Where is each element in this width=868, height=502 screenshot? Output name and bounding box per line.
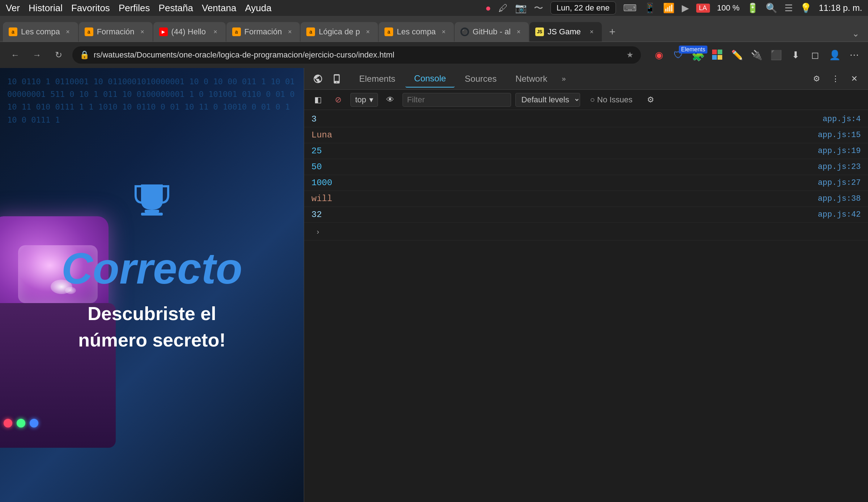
svg-rect-3 (718, 55, 722, 60)
browser-tab-1[interactable]: a Les compa × (3, 22, 78, 42)
menu-historial[interactable]: Historial (29, 3, 63, 14)
date-display: Lun, 22 de ene (550, 1, 616, 14)
download-icon[interactable]: ⬇ (789, 48, 802, 61)
devtools-settings-icon[interactable]: ⚙ (809, 71, 825, 87)
tab-list-button[interactable]: ⌄ (849, 26, 862, 42)
console-row-0: 3 app.js:4 (304, 111, 868, 127)
devtools-tab-network[interactable]: Network (507, 70, 556, 88)
menu-ver[interactable]: Ver (6, 3, 20, 14)
tab-title-7: GitHub - al (473, 27, 511, 37)
wayback-icon[interactable]: ◉ (652, 48, 665, 61)
lock-icon: 🔒 (80, 50, 89, 60)
console-link-1[interactable]: app.js:15 (818, 131, 861, 140)
tab-title-4: Formación (244, 27, 282, 37)
game-subtitle: Descubriste el número secreto! (78, 301, 225, 353)
browser-tab-7[interactable]: ⚫ GitHub - al × (455, 22, 529, 42)
tab-close-3[interactable]: × (211, 27, 220, 36)
color-blocks-icon[interactable] (711, 48, 724, 61)
puzzle-icon[interactable]: 🔌 (750, 48, 763, 61)
favicon-1: a (9, 27, 17, 36)
addressbar: ← → ↻ 🔒 rs/watuesta/Documents/one-oracle… (0, 42, 868, 68)
new-tab-button[interactable]: + (603, 22, 622, 42)
menubar: Ver Historial Favoritos Perfiles Pestaña… (0, 0, 868, 16)
devtools-close-icon[interactable]: ✕ (846, 71, 862, 87)
url-bar[interactable]: 🔒 rs/watuesta/Documents/one-oracle/logic… (72, 46, 641, 64)
menu-favoritos[interactable]: Favoritos (71, 3, 110, 14)
forward-button[interactable]: → (29, 47, 45, 63)
devtools-toolbar: Elements Console Sources Network » ⚙ ⋮ ✕ (304, 68, 868, 90)
tab-title-3: (44) Hello (171, 27, 208, 37)
circle-icon: ○ (590, 95, 595, 104)
star-icon[interactable]: ★ (626, 50, 634, 60)
browser-tab-4[interactable]: a Formación × (226, 22, 300, 42)
console-link-2[interactable]: app.js:19 (818, 146, 861, 156)
devtools-tab-console[interactable]: Console (405, 70, 455, 88)
devtools-panel: Elements Console Sources Network » ⚙ ⋮ ✕… (304, 68, 868, 502)
devtools-actions: ⚙ ⋮ ✕ (809, 71, 862, 87)
refresh-button[interactable]: ↻ (51, 47, 67, 63)
devtools-device-icon[interactable] (329, 71, 345, 87)
devtools-tab-sources[interactable]: Sources (456, 70, 505, 88)
tab-close-5[interactable]: × (363, 27, 372, 36)
browser-toolbar: ◉ 🛡 🧩 Elements ✏️ 🔌 ⬛ (652, 48, 861, 61)
browser-tab-5[interactable]: a Lógica de p × (301, 22, 378, 42)
console-row-5: will app.js:38 (304, 191, 868, 207)
tab-close-7[interactable]: × (514, 27, 523, 36)
url-text: rs/watuesta/Documents/one-oracle/logica-… (94, 50, 622, 60)
console-filter-input[interactable] (403, 93, 511, 107)
browser-window: a Les compa × a Formación × ▶ (44) Hello… (0, 16, 868, 502)
menu-perfiles[interactable]: Perfiles (119, 3, 150, 14)
console-clear-icon[interactable]: ⊘ (330, 92, 346, 108)
console-link-4[interactable]: app.js:27 (818, 178, 861, 187)
console-link-0[interactable]: app.js:4 (822, 115, 861, 124)
console-link-6[interactable]: app.js:42 (818, 210, 861, 219)
tab-close-1[interactable]: × (64, 27, 72, 36)
console-context-label: top (355, 95, 366, 105)
console-eye-icon[interactable]: 👁 (382, 92, 398, 108)
battery-pct: 100 % (717, 3, 740, 13)
console-link-5[interactable]: app.js:38 (818, 194, 861, 203)
svg-rect-1 (718, 50, 722, 54)
no-issues-badge: ○ No Issues (584, 95, 638, 105)
console-settings-icon[interactable]: ⚙ (643, 92, 659, 108)
tab-close-8[interactable]: × (587, 27, 596, 36)
extensions-icon[interactable]: 🧩 Elements (692, 48, 705, 61)
browser-tab-3[interactable]: ▶ (44) Hello × (153, 22, 226, 42)
console-link-3[interactable]: app.js:23 (818, 162, 861, 171)
tab-close-4[interactable]: × (285, 27, 294, 36)
menu-pestana[interactable]: Pestaña (159, 3, 193, 14)
console-value-5: will (311, 194, 332, 204)
console-row-1: Luna app.js:15 (304, 127, 868, 143)
console-value-3: 50 (311, 162, 322, 172)
tabbar: a Les compa × a Formación × ▶ (44) Hello… (0, 16, 868, 42)
tab-close-2[interactable]: × (138, 27, 147, 36)
devtools-tab-elements[interactable]: Elements (350, 70, 404, 88)
console-sidebar-icon[interactable]: ◧ (310, 92, 326, 108)
browser-tab-2[interactable]: a Formación × (79, 22, 153, 42)
profile-icon[interactable]: 👤 (828, 48, 841, 61)
sidebar-toggle-icon[interactable]: ⬛ (770, 48, 783, 61)
console-context-dropdown[interactable]: top ▾ (350, 93, 378, 107)
favicon-6: a (384, 27, 393, 36)
browser-tab-8[interactable]: JS JS Game × (529, 22, 602, 42)
console-row-4: 1000 app.js:27 (304, 175, 868, 191)
more-options-icon[interactable]: ⋯ (848, 48, 861, 61)
devtools-tabs: Elements Console Sources Network » (348, 68, 806, 90)
browser-tab-6[interactable]: a Les compa × (379, 22, 454, 42)
devtools-more-icon[interactable]: ⋮ (827, 71, 843, 87)
menu-ventana[interactable]: Ventana (202, 3, 236, 14)
console-level-select[interactable]: Default levels (515, 93, 580, 107)
tab-close-6[interactable]: × (439, 27, 448, 36)
tab-title-5: Lógica de p (319, 27, 360, 37)
console-expand-button[interactable]: › (311, 225, 324, 238)
tab-title-2: Formación (97, 27, 135, 37)
console-row-3: 50 app.js:23 (304, 159, 868, 175)
devtools-more-tabs[interactable]: » (557, 75, 570, 83)
pen-icon[interactable]: ✏️ (731, 48, 744, 61)
menu-ayuda[interactable]: Ayuda (245, 3, 271, 14)
back-button[interactable]: ← (7, 47, 23, 63)
console-value-0: 3 (311, 114, 316, 124)
devtools-inspect-icon[interactable] (310, 71, 326, 87)
favicon-7: ⚫ (460, 27, 469, 36)
layout-icon[interactable]: ◻ (809, 48, 822, 61)
